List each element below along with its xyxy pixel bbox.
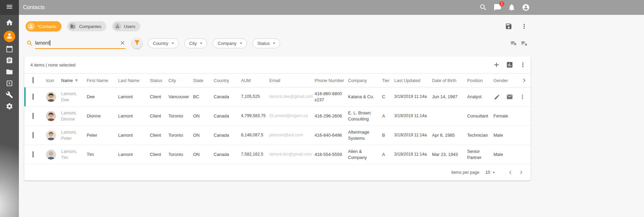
aum: 4,799,583.75: [241, 113, 269, 119]
pagination-bar: Items per page 10: [24, 164, 531, 181]
tasks-icon: [6, 57, 13, 65]
row-checkbox[interactable]: [32, 151, 34, 158]
email: DLamont@rogers.ca: [269, 113, 315, 119]
edit-icon[interactable]: [493, 93, 500, 100]
select-all-checkbox[interactable]: [32, 77, 34, 83]
main-content: *Contacts Companies Users lamont: [19, 15, 644, 217]
page-size-select[interactable]: 10: [485, 169, 497, 175]
column-header-country[interactable]: Country: [214, 78, 241, 83]
filter-chip-status[interactable]: Status: [252, 38, 280, 48]
sidebar-item-filter5[interactable]: 5: [5, 80, 14, 88]
column-header-status[interactable]: Status: [150, 78, 168, 83]
column-header-phone[interactable]: Phone Number: [315, 78, 348, 83]
tab-contacts[interactable]: *Contacts: [26, 21, 61, 31]
country: Canada: [214, 94, 241, 100]
save-icon[interactable]: [505, 23, 512, 30]
city: Vancouver: [168, 94, 193, 100]
filter-chip-city[interactable]: City: [184, 38, 207, 48]
sidebar: 5: [0, 15, 19, 217]
last-updated: 3/19/2019 11:14a: [394, 94, 432, 100]
search-input[interactable]: lamont: [35, 37, 126, 49]
column-header-position[interactable]: Position: [467, 78, 493, 83]
sidebar-item-calendar[interactable]: [5, 46, 14, 54]
sidebar-item-folder[interactable]: [5, 69, 14, 77]
filter-button[interactable]: [132, 38, 142, 49]
add-contact-icon[interactable]: [493, 61, 500, 69]
country: Canada: [214, 113, 241, 119]
next-page-icon[interactable]: [517, 168, 525, 177]
status: Client: [150, 113, 168, 119]
search-icon[interactable]: [479, 3, 487, 11]
sidebar-item-tasks[interactable]: [5, 57, 14, 65]
sidebar-item-home[interactable]: [5, 19, 14, 27]
tier: B: [382, 132, 394, 138]
tab-companies-label: Companies: [79, 24, 101, 29]
contacts-tab-icon: [27, 23, 35, 30]
playlist-remove-icon[interactable]: [520, 39, 528, 47]
chat-badge: 1: [499, 1, 504, 6]
playlist-add-icon[interactable]: [510, 39, 517, 47]
column-header-last-name[interactable]: Last Name: [118, 78, 150, 83]
filter-chip-country[interactable]: Country: [148, 38, 179, 48]
sidebar-item-settings[interactable]: [5, 103, 14, 111]
first-name: Dionne: [87, 113, 118, 119]
row-checkbox[interactable]: [32, 113, 34, 119]
funnel-icon: [134, 39, 140, 47]
scroll-columns-right-icon[interactable]: [520, 77, 528, 84]
column-header-city[interactable]: City: [168, 78, 193, 83]
tab-users[interactable]: Users: [112, 21, 140, 31]
column-header-last-updated[interactable]: Last Updated: [394, 78, 432, 83]
filter-chip-company-label: Company: [218, 41, 237, 46]
previous-page-icon[interactable]: [506, 168, 514, 177]
aum: 7,582,162.5: [241, 152, 269, 158]
filter-chip-company[interactable]: Company: [213, 38, 247, 48]
first-name: Peter: [87, 132, 118, 138]
column-header-first-name[interactable]: First Name: [87, 78, 118, 83]
account-icon[interactable]: [522, 3, 530, 11]
tab-users-label: Users: [124, 24, 135, 29]
sidebar-item-tools[interactable]: [5, 91, 14, 100]
column-header-aum[interactable]: AUM: [241, 78, 269, 83]
column-header-date-of-birth[interactable]: Date of Birth: [432, 78, 467, 83]
tab-contacts-label: *Contacts: [37, 24, 56, 29]
chat-icon[interactable]: 1: [493, 3, 502, 11]
column-header-gender[interactable]: Gender: [493, 78, 514, 83]
tab-companies[interactable]: Companies: [67, 21, 106, 31]
contact-row[interactable]: Lamont, Dionne Dionne Lamont Client Toro…: [24, 107, 531, 126]
email-icon[interactable]: [506, 93, 513, 100]
grid-more-icon[interactable]: [519, 61, 527, 69]
topbar: Contacts 1: [19, 0, 644, 15]
avatar: [46, 92, 56, 102]
more-options-icon[interactable]: [520, 23, 528, 30]
filter-5-icon: 5: [6, 80, 13, 88]
column-header-icon[interactable]: Icon: [46, 78, 61, 83]
sidebar-item-contacts[interactable]: [4, 31, 15, 42]
tier: A: [382, 113, 394, 119]
companies-tab-icon: [69, 23, 76, 30]
row-checkbox[interactable]: [32, 93, 34, 100]
filter-chip-country-label: Country: [153, 41, 168, 46]
contact-row[interactable]: Lamont, Tim Tim Lamont Client Toronto ON…: [24, 145, 531, 164]
contact-row[interactable]: Lamont, Peter Peter Lamont Client Toront…: [24, 126, 531, 145]
company: Katana & Co.: [348, 94, 382, 100]
column-header-email[interactable]: Email: [269, 78, 315, 83]
last-updated: 3/19/2019 11:14a: [394, 113, 432, 119]
clear-search-icon[interactable]: [119, 40, 126, 46]
column-header-name[interactable]: Name: [61, 78, 87, 83]
column-header-state[interactable]: State: [193, 78, 214, 83]
column-header-company[interactable]: Company: [348, 78, 382, 83]
contacts-grid-card: 4 items | none selected Icon Name First …: [24, 56, 531, 181]
column-header-tier[interactable]: Tier: [382, 78, 394, 83]
menu-button[interactable]: [0, 0, 19, 15]
company: E. L. Brown Consulting: [348, 110, 382, 122]
folder-icon: [6, 68, 13, 77]
contact-row[interactable]: Lamont, Dee Dee Lamont Client Vancouver …: [24, 87, 531, 107]
contact-name: Lamont, Dionne: [61, 110, 87, 122]
notifications-icon[interactable]: [508, 3, 516, 11]
chart-view-icon[interactable]: [506, 61, 513, 69]
last-name: Lamont: [118, 132, 150, 138]
row-more-icon[interactable]: [519, 93, 526, 100]
entity-tabs: *Contacts Companies Users: [26, 21, 528, 32]
row-checkbox[interactable]: [32, 132, 34, 138]
date-of-birth: Mar 23, 1943: [432, 152, 467, 158]
